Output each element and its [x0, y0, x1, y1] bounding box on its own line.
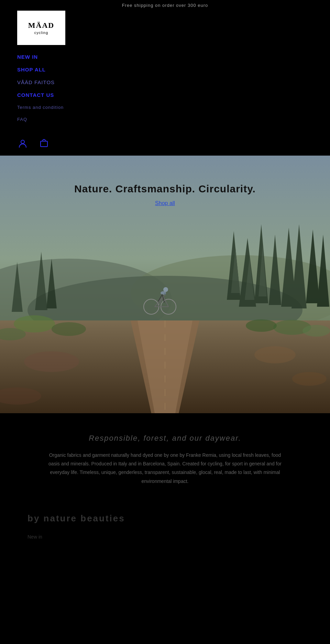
- section-tagline: Responsible, forest, and our daywear.: [28, 434, 302, 443]
- logo-subtitle: cycling: [34, 31, 48, 35]
- logo-title: MÄAD: [28, 21, 54, 30]
- nav-item-terms[interactable]: Terms and condition: [17, 101, 330, 113]
- section-body: Organic fabrics and garment naturally ha…: [45, 451, 285, 486]
- announcement-bar: Free shipping on order over 300 euro: [0, 0, 330, 11]
- nav-icon-row: [0, 131, 330, 156]
- hero-headline: Nature. Craftsmanship. Circularity.: [0, 183, 330, 195]
- svg-point-14: [302, 325, 330, 337]
- nav-overlay: MÄAD cycling NEW IN SHOP ALL VÅÄD FAITOS…: [0, 11, 330, 156]
- description-section: Responsible, forest, and our daywear. Or…: [0, 413, 330, 513]
- nav-item-contact[interactable]: CONTACT US: [17, 89, 330, 101]
- nature-heading: by nature beauties: [0, 513, 330, 524]
- nav-item-faq[interactable]: FAQ: [17, 113, 330, 125]
- logo[interactable]: MÄAD cycling: [17, 11, 65, 45]
- nav-item-shop-all[interactable]: SHOP ALL: [17, 63, 330, 76]
- nav-links: NEW IN SHOP ALL VÅÄD FAITOS CONTACT US T…: [0, 45, 330, 131]
- account-icon[interactable]: [17, 138, 28, 149]
- svg-point-7: [24, 351, 79, 372]
- nav-item-new-in[interactable]: NEW IN: [17, 50, 330, 63]
- cart-icon[interactable]: [38, 138, 50, 149]
- svg-point-9: [292, 372, 327, 386]
- svg-point-42: [163, 287, 168, 292]
- hero-section: Nature. Craftsmanship. Circularity. Shop…: [0, 156, 330, 413]
- hero-text: Nature. Craftsmanship. Circularity. Shop…: [0, 183, 330, 206]
- svg-point-0: [21, 140, 24, 144]
- nav-item-vaad-faitos[interactable]: VÅÄD FAITOS: [17, 76, 330, 89]
- footer-item: New in: [0, 534, 330, 540]
- announcement-text: Free shipping on order over 300 euro: [122, 3, 208, 8]
- svg-point-15: [52, 322, 86, 336]
- svg-rect-1: [41, 141, 47, 147]
- svg-point-8: [254, 346, 296, 363]
- hero-shop-all-link[interactable]: Shop all: [155, 200, 175, 206]
- svg-point-16: [246, 319, 277, 332]
